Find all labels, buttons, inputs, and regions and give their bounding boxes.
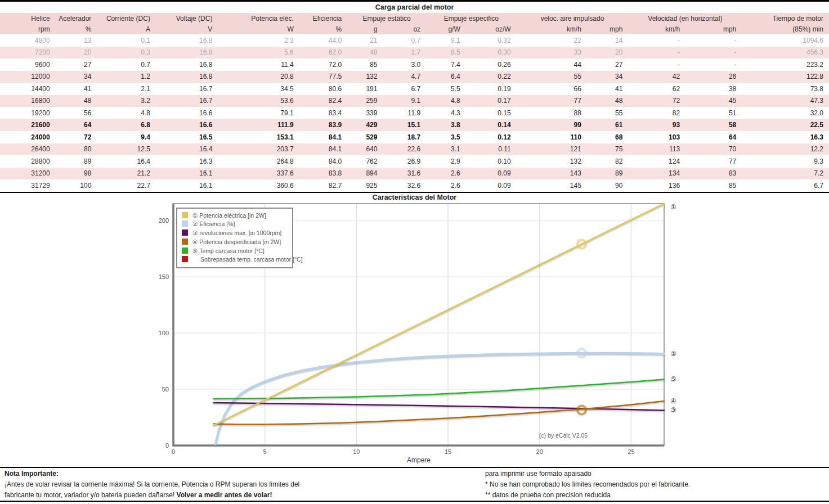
- table-cell: 44.0: [299, 34, 347, 47]
- table-cell: 3.8: [426, 119, 466, 132]
- legend-label: ④ Potencia desperdiciada [in 2W]: [192, 238, 281, 245]
- table-cell: 3.1: [426, 143, 466, 156]
- table-cell: 2.9: [426, 155, 466, 168]
- table-cell: 5.6: [218, 47, 299, 59]
- table-cell: 83.4: [299, 107, 347, 119]
- table-cell: 3.5: [426, 131, 466, 143]
- table-cell: 83.9: [299, 119, 347, 132]
- table-cell: 894: [347, 168, 383, 180]
- table-cell: 58: [685, 119, 742, 132]
- table-cell: 0.12: [466, 131, 517, 143]
- table-cell: 429: [347, 119, 383, 132]
- y-tick-label: 0: [165, 442, 169, 449]
- table-cell: 143: [517, 168, 587, 180]
- table-cell: 1.7: [383, 47, 426, 59]
- table-row: 7200200.316.85.662.0481.78.50.303320--45…: [0, 47, 829, 59]
- table-cell: 77.5: [299, 71, 347, 83]
- table-cell: 7.4: [426, 58, 466, 71]
- table-cell: 4800: [0, 34, 56, 47]
- legend-swatch: [182, 220, 188, 227]
- table-cell: 26: [685, 71, 742, 83]
- ecalc-watermark: (c) by eCalc V2.05: [539, 432, 588, 439]
- print-note-line: * No se han comprobado los limites recom…: [485, 479, 823, 490]
- table-cell: 259: [347, 95, 383, 107]
- table-cell: 15.1: [383, 119, 426, 132]
- legend-item: ④ Potencia desperdiciada [in 2W]: [182, 238, 288, 247]
- table-cell: 20.8: [218, 71, 299, 83]
- table-cell: 16.8: [156, 71, 218, 83]
- table-cell: 16800: [0, 95, 56, 107]
- important-note-bold: Volver a medir antes de volar!: [177, 491, 272, 499]
- table-body: 4800130.116.82.344.0210.79.10.322214--10…: [0, 34, 829, 192]
- table-cell: 83.8: [299, 168, 347, 180]
- table-cell: 18.7: [383, 131, 426, 143]
- legend-label: Sobrepasada temp. carcasa motor [°C]: [200, 256, 303, 263]
- table-cell: 9.1: [383, 95, 426, 107]
- table-cell: 0.10: [466, 155, 517, 168]
- table-cell: 11.9: [383, 107, 426, 119]
- table-cell: 3.0: [383, 58, 426, 71]
- table-row: 4800130.116.82.344.0210.79.10.322214--10…: [0, 34, 829, 47]
- column-unit: mph: [587, 24, 629, 34]
- table-cell: 16.7: [156, 83, 218, 95]
- table-cell: 12.5: [97, 143, 156, 156]
- table-cell: 9.3: [742, 155, 829, 168]
- column-unit: g/W: [426, 24, 466, 34]
- footer-notes: Nota Importante: ¡Antes de volar revisar…: [0, 468, 829, 501]
- table-cell: 31200: [0, 168, 56, 180]
- table-cell: 28800: [0, 155, 56, 168]
- table-cell: 72: [628, 95, 685, 107]
- table-cell: 134: [628, 168, 685, 180]
- table-cell: 16.1: [156, 168, 218, 180]
- table-cell: 62.0: [299, 47, 347, 59]
- x-tick-label: 0: [172, 448, 175, 455]
- table-cell: 79.1: [218, 107, 299, 119]
- chart-legend: ① Potencia eléctrica [in 2W]② Eficiencia…: [176, 208, 293, 269]
- table-cell: 0.1: [97, 34, 156, 47]
- table-cell: 0.19: [466, 83, 517, 95]
- table-cell: 64: [56, 119, 97, 132]
- important-note: Nota Importante: ¡Antes de volar revisar…: [5, 469, 311, 501]
- table-cell: 89: [56, 155, 97, 168]
- column-header: Eficiencia: [299, 13, 347, 24]
- column-unit: g: [347, 24, 383, 34]
- column-unit: %: [56, 24, 97, 34]
- table-cell: 1094.6: [742, 34, 829, 47]
- print-notes: para imprimir use formato apaisado* No s…: [485, 469, 823, 501]
- table-cell: 5.5: [426, 83, 466, 95]
- table-cell: 32.0: [742, 107, 829, 119]
- table-cell: 0.09: [466, 179, 517, 192]
- table-cell: 203.7: [218, 143, 299, 156]
- table-cell: 73.8: [742, 83, 829, 95]
- column-unit: oz: [383, 24, 426, 34]
- column-unit: (85%) min: [742, 24, 829, 34]
- legend-swatch: [182, 238, 188, 245]
- column-header: Empuje especifico: [426, 13, 517, 24]
- table-cell: 27: [56, 58, 97, 71]
- table-cell: 85: [685, 179, 742, 192]
- series-index-label: ④: [670, 397, 676, 405]
- column-unit: %: [299, 24, 347, 34]
- table-cell: 11.4: [218, 58, 299, 71]
- column-unit: km/h: [517, 24, 587, 34]
- table-cell: 223.2: [742, 58, 829, 71]
- table-cell: 0.7: [383, 34, 426, 47]
- table-cell: 762: [347, 155, 383, 168]
- table-cell: 26400: [0, 143, 56, 156]
- legend-item: ③ revoluciones max. [in 1000rpm]: [182, 229, 288, 238]
- table-cell: 9.1: [426, 34, 466, 47]
- table-cell: 0.7: [97, 58, 156, 71]
- column-unit: V: [156, 24, 218, 34]
- table-cell: -: [628, 47, 685, 59]
- table-cell: 22.7: [97, 179, 156, 192]
- table-row: 19200564.816.679.183.433911.94.30.158855…: [0, 107, 829, 119]
- legend-label: ⑤ Temp carcasa motor [°C]: [192, 248, 265, 254]
- chart-section: Características del Motor 05101520250501…: [0, 193, 829, 467]
- table-cell: 80: [56, 143, 97, 156]
- table-row: 21600646.816.6111.983.942915.13.80.14996…: [0, 119, 829, 132]
- table-cell: -: [628, 58, 685, 71]
- table-cell: 82: [628, 107, 685, 119]
- series-index-label: ③: [670, 406, 676, 414]
- table-cell: 32.6: [383, 179, 426, 192]
- legend-label: ③ revoluciones max. [in 1000rpm]: [192, 230, 281, 236]
